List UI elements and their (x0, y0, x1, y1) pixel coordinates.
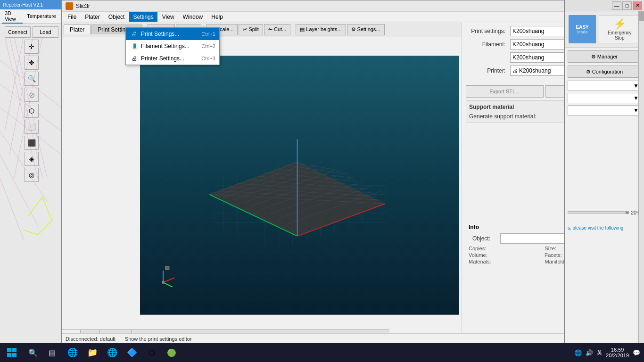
emergency-stop-btn[interactable]: ⚡ Emergency Stop (599, 15, 640, 43)
edge-app[interactable]: 🌐 (63, 343, 82, 362)
svg-line-6 (0, 60, 61, 107)
chrome-app[interactable]: 🌐 (103, 343, 122, 362)
svg-rect-60 (7, 348, 11, 352)
print-settings-menu-label: Print Settings... (141, 31, 179, 37)
scrollbar-thumb-right[interactable] (639, 11, 644, 21)
right-panel-content: ⚙ Manager ⚙ Configuration ▼ ▼ ▼ 20% s, p… (565, 48, 644, 234)
materials-row: Materials: (469, 259, 544, 264)
taskbar-right: 🌐 🔊 英 16:59 20/2/2019 💬 (570, 347, 644, 358)
svg-rect-59 (165, 266, 169, 270)
app5[interactable]: ⬡ (142, 343, 161, 362)
taskbar-apps: 🌐 📁 🌐 🔷 ⬡ 🟢 (61, 343, 183, 362)
print-settings-icon: 🖨 (131, 30, 138, 38)
connect-btn[interactable]: Connect (5, 26, 31, 38)
scrollbar-thumb[interactable] (626, 212, 628, 214)
svg-line-11 (0, 178, 24, 239)
menu-file[interactable]: File (64, 12, 80, 22)
tab-plater[interactable]: Plater (64, 25, 91, 34)
taskview-btn[interactable]: ▤ (42, 343, 61, 362)
menu-plater[interactable]: Plater (81, 12, 103, 22)
printer-settings-menu-label: Printer Settings... (141, 55, 184, 62)
printer-label: Printer: (466, 67, 508, 74)
printer-settings-shortcut: Ctrl+3 (201, 56, 215, 61)
load-btn[interactable]: Load (33, 26, 58, 38)
dropdown-1[interactable]: ▼ (568, 81, 641, 91)
menu-printer-settings[interactable]: 🖨 Printer Settings... Ctrl+3 (126, 52, 219, 65)
3d-viewport[interactable] (140, 53, 459, 317)
clock: 16:59 20/2/2019 (606, 347, 629, 358)
easy-mode-btn[interactable]: EASY Mode (569, 15, 596, 43)
right-close[interactable]: ✕ (633, 1, 642, 10)
dropdown-2[interactable]: ▼ (568, 93, 641, 103)
menu-window[interactable]: Window (179, 12, 207, 22)
skype-app[interactable]: 🔷 (123, 343, 141, 362)
export-stl-btn[interactable]: Export STL... (466, 85, 544, 98)
settings-dropdown-menu: 🖨 Print Settings... Ctrl+1 🧵 Filament Se… (125, 27, 220, 65)
menu-filament-settings[interactable]: 🧵 Filament Settings... Ctrl+2 (126, 40, 219, 52)
repetier-toolbar: 3D View Temperature (0, 9, 61, 24)
right-minimize[interactable]: — (612, 1, 621, 10)
filament-label: Filament: (466, 41, 508, 48)
filament-settings-menu-label: Filament Settings... (141, 43, 190, 49)
svg-line-7 (0, 84, 61, 131)
explorer-app[interactable]: 📁 (83, 343, 102, 362)
separator3 (293, 25, 293, 34)
speaker-icon: 🔊 (586, 349, 593, 356)
right-scrollbar[interactable]: ▼ (638, 11, 644, 362)
info-link-text[interactable]: s, please visit the following (568, 225, 641, 231)
menu-view[interactable]: View (158, 12, 178, 22)
windows-icon (7, 348, 17, 357)
statusbar: Disconnected: default Show the print set… (62, 333, 627, 344)
config-icon: ⚙ (586, 69, 591, 75)
tab-3dview[interactable]: 3D View (2, 9, 23, 24)
easy-emergency-section: EASY Mode ⚡ Emergency Stop (565, 11, 644, 48)
menu-object[interactable]: Object (105, 12, 129, 22)
object-label: Object: (472, 235, 498, 242)
slic3r-title: Slic3r (76, 3, 90, 9)
lang-indicator: 英 (597, 349, 602, 356)
menu-help[interactable]: Help (207, 12, 227, 22)
cut-btn[interactable]: ✁ Cut... (264, 24, 290, 35)
slic3r-titlebar: Slic3r — □ ✕ (62, 0, 627, 12)
menu-settings[interactable]: Settings (129, 12, 157, 22)
start-button[interactable] (0, 343, 24, 362)
split-btn[interactable]: ✂ Split (239, 24, 263, 35)
notification-icon[interactable]: 💬 (633, 349, 640, 356)
svg-rect-62 (7, 353, 11, 357)
configuration-btn[interactable]: ⚙ Configuration (568, 66, 641, 78)
print-settings-label: Print settings: (466, 28, 508, 34)
svg-line-9 (0, 131, 47, 202)
right-panel-titlebar: — □ ✕ (565, 0, 644, 11)
menu-print-settings[interactable]: 🖨 Print Settings... Ctrl+1 (126, 28, 219, 40)
time-display: 16:59 (611, 347, 624, 353)
manager-btn[interactable]: ⚙ Manager (568, 50, 641, 63)
menubar: File Plater Object Settings View Window … (62, 12, 627, 22)
progress-bar (568, 211, 629, 214)
layer-heights-btn[interactable]: ▤ Layer heights... (296, 24, 346, 35)
volume-row: Volume: (469, 252, 544, 258)
manager-label: Manager (597, 54, 618, 59)
support-label: Generate support material: (469, 113, 537, 120)
svg-rect-63 (12, 353, 17, 357)
svg-line-8 (0, 107, 61, 155)
right-maximize[interactable]: □ (622, 1, 632, 10)
svg-line-3 (5, 37, 24, 131)
easy-label: EASY (576, 25, 589, 30)
dropdown-3[interactable]: ▼ (568, 105, 641, 115)
taskbar: 🔍 ▤ 🌐 📁 🌐 🔷 ⬡ 🟢 🌐 🔊 英 16:59 20/2/2019 💬 (0, 343, 644, 362)
copies-row: Copies: (469, 246, 544, 251)
svg-line-4 (9, 37, 33, 155)
mode-label: Mode (577, 30, 588, 34)
emergency-stop-label: Stop (615, 35, 625, 41)
app6[interactable]: 🟢 (162, 343, 181, 362)
printer-settings-icon: 🖨 (131, 55, 138, 62)
emergency-label: Emergency (608, 30, 632, 35)
svg-rect-61 (12, 348, 17, 352)
taskbar-search[interactable]: 🔍 (24, 343, 42, 362)
percent-row: 20% (568, 210, 641, 215)
svg-line-1 (9, 37, 42, 178)
status-hint: Show the print settings editor (125, 336, 192, 342)
settings-btn[interactable]: ⚙ Settings... (347, 24, 385, 35)
search-icon: 🔍 (28, 348, 38, 357)
tab-temperature[interactable]: Temperature (24, 12, 59, 21)
